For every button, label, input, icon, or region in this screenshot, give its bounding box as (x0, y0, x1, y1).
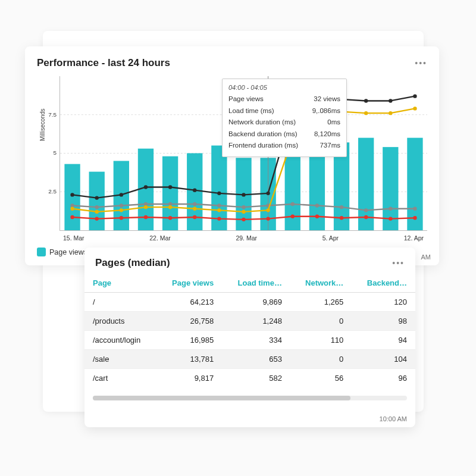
table-cell: / (84, 293, 156, 312)
svg-text:2.5: 2.5 (48, 188, 57, 195)
table-cell: 98 (352, 312, 415, 331)
svg-point-72 (193, 188, 196, 192)
tooltip-row: Frontend duration (ms)737ms (228, 140, 340, 152)
svg-point-33 (340, 216, 343, 220)
svg-point-59 (242, 210, 245, 214)
svg-point-65 (389, 111, 392, 115)
x-tick: 12. Apr (404, 234, 424, 242)
svg-point-79 (364, 99, 368, 102)
svg-point-46 (291, 202, 295, 206)
y-axis-label: Milliseconds (39, 109, 46, 141)
svg-point-30 (266, 217, 270, 220)
table-cell: 104 (352, 350, 415, 369)
tooltip-row: Backend duration (ms)8,120ms (228, 129, 340, 140)
svg-point-71 (168, 185, 172, 189)
x-tick: 22. Mar (149, 234, 171, 242)
table-cell: 13,781 (156, 350, 222, 369)
more-icon[interactable]: ••• (415, 58, 427, 68)
svg-point-39 (120, 203, 123, 207)
horizontal-scrollbar[interactable] (93, 396, 407, 400)
svg-point-25 (144, 215, 148, 219)
svg-point-67 (70, 193, 74, 196)
svg-text:5: 5 (54, 149, 57, 156)
svg-point-23 (95, 217, 99, 220)
table-header[interactable]: Page (84, 275, 156, 293)
svg-point-29 (242, 218, 245, 221)
svg-point-60 (266, 208, 270, 212)
table-cell: /cart (84, 369, 156, 388)
x-axis-labels: 15. Mar22. Mar29. Mar5. Apr12. Apr (60, 234, 427, 242)
svg-point-58 (217, 208, 221, 212)
svg-point-43 (217, 203, 221, 207)
tooltip-row: Page views32 views (228, 93, 340, 105)
table-cell: 64,213 (156, 293, 222, 312)
svg-point-48 (340, 205, 343, 209)
svg-point-31 (291, 215, 295, 218)
table-cell: 0 (290, 312, 352, 331)
pages-table-card: Pages (median) ••• PagePage viewsLoad ti… (84, 248, 415, 427)
table-cell: 9,817 (156, 369, 222, 388)
svg-point-24 (120, 216, 123, 220)
svg-point-54 (120, 208, 123, 212)
table-row[interactable]: /account/login16,98533411094 (84, 331, 415, 350)
chart-tooltip: 04:00 - 04:05 Page views32 viewsLoad tim… (222, 79, 347, 157)
tooltip-row: Load time (ms)9,.086ms (228, 105, 340, 117)
more-icon[interactable]: ••• (392, 258, 405, 268)
table-cell: 582 (222, 369, 290, 388)
x-tick: 5. Apr (322, 234, 339, 242)
table-cell: 56 (290, 369, 352, 388)
svg-point-28 (217, 217, 221, 220)
table-cell: /account/login (84, 331, 156, 350)
svg-point-70 (144, 185, 148, 189)
svg-point-36 (413, 216, 416, 220)
table-cell: 334 (222, 331, 290, 350)
chart-plot[interactable]: 2.557.5 04:00 - 04:05 Page views32 views… (60, 76, 427, 231)
table-cell: 16,985 (156, 331, 222, 350)
svg-point-47 (315, 203, 319, 207)
table-cell: /products (84, 312, 156, 331)
svg-point-64 (364, 111, 368, 115)
table-cell: 1,248 (222, 312, 290, 331)
legend-label-pageviews: Page views (49, 248, 87, 256)
table-cell: 96 (352, 369, 415, 388)
svg-point-34 (364, 215, 368, 219)
svg-point-35 (389, 217, 392, 220)
table-timestamp: 10:00 AM (380, 415, 407, 422)
svg-point-44 (242, 205, 245, 209)
svg-point-68 (95, 196, 99, 199)
svg-point-38 (95, 205, 99, 209)
svg-point-22 (70, 215, 74, 219)
table-row[interactable]: /cart9,8175825696 (84, 369, 415, 388)
svg-point-73 (217, 192, 221, 195)
svg-text:7.5: 7.5 (48, 111, 57, 118)
table-cell: 94 (352, 331, 415, 350)
table-header[interactable]: Network… (290, 275, 352, 293)
svg-point-55 (144, 205, 148, 209)
svg-rect-6 (64, 164, 80, 230)
svg-point-69 (120, 193, 123, 196)
table-row[interactable]: /sale13,7816530104 (84, 350, 415, 369)
table-cell: 0 (290, 350, 352, 369)
svg-rect-7 (89, 172, 105, 230)
svg-point-57 (193, 207, 196, 211)
tooltip-row: Network duration (ms)0ms (228, 117, 340, 129)
scrollbar-thumb[interactable] (93, 396, 350, 400)
svg-point-27 (193, 215, 196, 219)
table-cell: 9,869 (222, 293, 290, 312)
table-header[interactable]: Load time… (222, 275, 290, 293)
table-row[interactable]: /products26,7581,248098 (84, 312, 415, 331)
chart-title: Performance - last 24 hours (37, 57, 170, 69)
table-cell: 110 (290, 331, 352, 350)
table-cell: 653 (222, 350, 290, 369)
svg-point-49 (364, 208, 368, 212)
table-cell: /sale (84, 350, 156, 369)
table-header[interactable]: Page views (156, 275, 222, 293)
table-row[interactable]: /64,2139,8691,265120 (84, 293, 415, 312)
table-header[interactable]: Backend… (352, 275, 415, 293)
svg-point-52 (70, 207, 74, 211)
svg-point-26 (168, 216, 172, 220)
chart-timestamp: AM (421, 253, 431, 261)
svg-point-75 (266, 192, 270, 195)
svg-point-32 (315, 215, 319, 218)
pages-table: PagePage viewsLoad time…Network…Backend…… (84, 275, 415, 387)
